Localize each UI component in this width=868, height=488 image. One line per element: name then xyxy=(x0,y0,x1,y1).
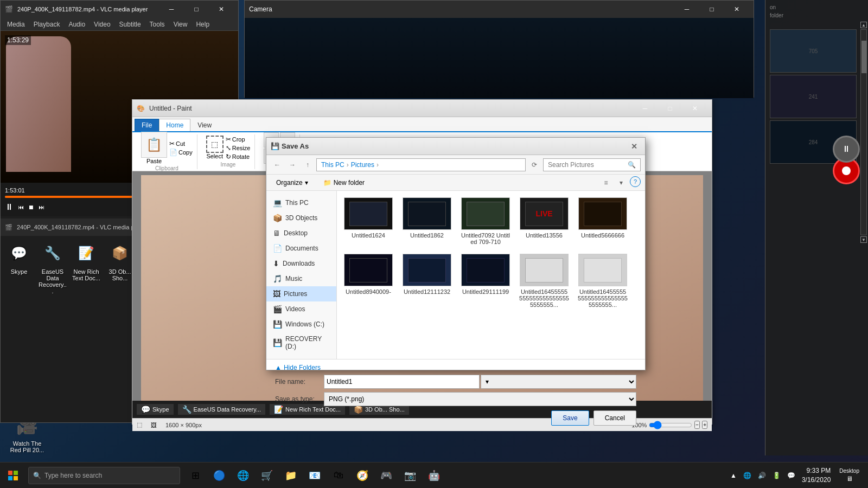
taskbar-desktop-button[interactable]: Desktop 🖥 xyxy=(837,468,861,483)
sidebar-item-documents[interactable]: 📄 Documents xyxy=(266,241,336,256)
vlc-maximize-button[interactable]: □ xyxy=(184,1,209,18)
file-item-0[interactable]: Untitled1624 xyxy=(341,195,395,247)
file-item-8[interactable]: Untitled164555555555555555555555555555..… xyxy=(517,252,571,310)
taskbar-search-box[interactable]: 🔍 Type here to search xyxy=(28,467,180,484)
camera-minimize-button[interactable]: ─ xyxy=(674,1,699,18)
vlc-menu-subtitle[interactable]: Subtitle xyxy=(115,20,145,29)
file-item-7[interactable]: Untitled29111199 xyxy=(458,252,513,310)
rotate-button[interactable]: ↻ Rotate xyxy=(226,153,251,160)
saveas-organize-button[interactable]: Organize ▾ xyxy=(271,178,314,188)
sidebar-item-downloads[interactable]: ⬇ Downloads xyxy=(266,256,336,271)
copy-button[interactable]: 📄 Copy xyxy=(169,149,193,156)
sidebar-item-desktop[interactable]: 🖥 Desktop xyxy=(266,226,336,241)
taskbar-fileexplorer-button[interactable]: 📁 xyxy=(280,465,302,486)
taskbar-skype-icon[interactable]: 💬 Skype xyxy=(3,238,35,277)
saveas-filetype-select[interactable]: PNG (*.png) JPEG (*.jpg) BMP (*.bmp) GIF… xyxy=(324,392,636,406)
file-item-2[interactable]: Untitled7092 Untitled 709-710 xyxy=(458,195,513,247)
paste-button[interactable]: 📋 xyxy=(141,132,167,158)
select-button[interactable]: ⬚ Select xyxy=(206,136,224,160)
paint-close-button[interactable]: ✕ xyxy=(682,100,707,117)
taskbar-cortana-button[interactable]: 🔵 xyxy=(208,465,230,486)
hide-folders-toggle[interactable]: ▲ Hide Folders xyxy=(275,364,636,371)
vlc-prev-button[interactable]: ⏮ xyxy=(18,204,24,210)
view-help-button[interactable]: ? xyxy=(630,176,641,187)
vlc-menu-view[interactable]: View xyxy=(169,20,192,29)
taskbar-camera-button[interactable]: 📷 xyxy=(399,465,421,486)
sidebar-item-3dobjects[interactable]: 📦 3D Objects xyxy=(266,210,336,226)
taskbar-store-button[interactable]: 🛒 xyxy=(256,465,278,486)
taskbar-easeus2-icon[interactable]: 🔧 EaseUS Data Recovery... xyxy=(36,238,69,297)
scroll-down-btn[interactable]: ▼ xyxy=(860,236,867,243)
vlc-next-button[interactable]: ⏭ xyxy=(39,204,44,210)
taskbar-edge-button[interactable]: 🌐 xyxy=(232,465,254,486)
taskbar-item-easeus3[interactable]: 🔧 EaseUS Data Recovery... xyxy=(178,404,266,415)
saveas-cancel-button[interactable]: Cancel xyxy=(593,410,636,426)
camera-close-button[interactable]: ✕ xyxy=(724,1,749,18)
saveas-newfolder-button[interactable]: 📁 New folder xyxy=(318,178,370,188)
saveas-save-button[interactable]: Save xyxy=(551,410,589,426)
taskbar-misc-button[interactable]: 🤖 xyxy=(423,465,445,486)
scroll-up-btn[interactable]: ▲ xyxy=(860,22,867,28)
skype2-label: Skype xyxy=(152,406,169,413)
paint-tab-home[interactable]: Home xyxy=(159,119,190,131)
taskbar-mail-button[interactable]: 📧 xyxy=(304,465,326,486)
taskbar-newtextdoc-icon[interactable]: 📝 New Rich Text Doc... xyxy=(70,238,103,284)
sidebar-item-windowsc[interactable]: 💾 Windows (C:) xyxy=(266,317,336,332)
taskbar-clock[interactable]: 9:33 PM 3/16/2020 xyxy=(802,466,831,485)
saveas-filename-input[interactable] xyxy=(324,375,480,389)
vlc-minimize-button[interactable]: ─ xyxy=(159,1,184,18)
vlc-menu-tools[interactable]: Tools xyxy=(145,20,169,29)
view-details-button[interactable]: ▾ xyxy=(615,176,628,189)
crop-button[interactable]: ✂ Crop xyxy=(226,136,251,143)
taskbar-item-skype2[interactable]: 💬 Skype xyxy=(137,404,174,415)
saveas-up-button[interactable]: ↑ xyxy=(301,158,314,171)
sidebar-item-recoveryd[interactable]: 💾 RECOVERY (D:) xyxy=(266,332,336,354)
vlc-menu-audio[interactable]: Audio xyxy=(64,20,90,29)
sidebar-item-music[interactable]: 🎵 Music xyxy=(266,271,336,286)
start-button[interactable] xyxy=(0,463,26,489)
resize-button[interactable]: ⤡ Resize xyxy=(226,144,251,152)
saveas-path-bar[interactable]: This PC › Pictures › xyxy=(316,158,526,171)
taskbar-3dobj2-icon[interactable]: 📦 3D Ob... Sho... xyxy=(104,238,136,284)
sidebar-item-thispc[interactable]: 💻 This PC xyxy=(266,195,336,210)
taskbar-up-arrow-icon[interactable]: ▲ xyxy=(730,472,737,479)
file-item-9[interactable]: Untitled164555555555555555555555555555..… xyxy=(576,252,630,310)
file-item-3[interactable]: LIVE Untitled13556 xyxy=(517,195,571,247)
file-item-4[interactable]: Untitled5666666 xyxy=(576,195,630,247)
taskbar-roblox-button[interactable]: 🎮 xyxy=(375,465,397,486)
vlc-play-button[interactable]: ⏸ xyxy=(5,202,14,212)
taskbar-tripadvisor-button[interactable]: 🧭 xyxy=(352,465,373,486)
paint-zoom-out-button[interactable]: − xyxy=(694,421,700,429)
vlc-close-button[interactable]: ✕ xyxy=(209,1,234,18)
saveas-close-button[interactable]: ✕ xyxy=(628,140,641,153)
paint-zoom-in-button[interactable]: + xyxy=(702,421,707,429)
paint-zoom-slider[interactable] xyxy=(649,421,692,429)
saveas-refresh-button[interactable]: ⟳ xyxy=(528,158,541,171)
vlc-menu-playback[interactable]: Playback xyxy=(29,20,65,29)
saveas-back-button[interactable]: ← xyxy=(271,158,284,171)
vlc-menu-help[interactable]: Help xyxy=(192,20,214,29)
paint-maximize-button[interactable]: □ xyxy=(658,100,682,117)
camera-pause-button[interactable]: ⏸ xyxy=(833,136,860,163)
file-item-6[interactable]: Untitled12111232 xyxy=(400,252,454,310)
paint-tab-file[interactable]: File xyxy=(135,119,159,131)
view-list-button[interactable]: ≡ xyxy=(599,176,612,189)
paint-minimize-button[interactable]: ─ xyxy=(633,100,658,117)
camera-maximize-button[interactable]: □ xyxy=(699,1,724,18)
file-item-5[interactable]: Untitled8940009- xyxy=(341,252,395,310)
vlc-menu-video[interactable]: Video xyxy=(90,20,114,29)
vlc-menu-media[interactable]: Media xyxy=(3,20,29,29)
cut-button[interactable]: ✂ Cut xyxy=(169,140,193,147)
taskbar-amazon-button[interactable]: 🛍 xyxy=(328,465,349,486)
taskbar-multiview-button[interactable]: ⊞ xyxy=(184,465,206,486)
filename-dropdown[interactable]: ▾ xyxy=(481,375,636,389)
file-item-1[interactable]: Untitled1862 xyxy=(400,195,454,247)
paint-tab-view[interactable]: View xyxy=(190,119,219,131)
saveas-forward-button[interactable]: → xyxy=(286,158,299,171)
scroll-thumb[interactable] xyxy=(861,41,867,73)
sidebar-item-pictures[interactable]: 🖼 Pictures xyxy=(266,286,336,301)
vlc-stop-button[interactable]: ⏹ xyxy=(28,204,34,210)
saveas-search-box[interactable]: 🔍 xyxy=(543,158,641,171)
sidebar-item-videos[interactable]: 🎬 Videos xyxy=(266,301,336,317)
saveas-search-input[interactable] xyxy=(548,161,628,169)
